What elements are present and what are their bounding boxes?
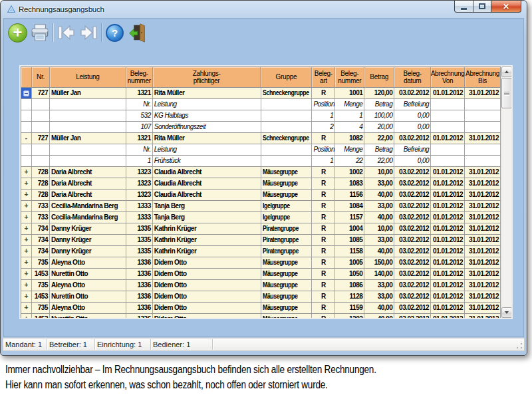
cell-belegnummer[interactable]: 1323 [126,190,153,200]
cell-abrechnung-bis[interactable]: 31.01.2012 [465,190,501,200]
detail-cell-expand[interactable] [21,110,32,121]
detail-cell-betrag[interactable]: Betrag [364,99,394,110]
expand-toggle[interactable]: + [21,257,32,268]
detail-cell-bis[interactable] [465,156,501,166]
detail-header-row[interactable]: Nr.LeistungPositionMengeBetragBefreiung [21,144,501,156]
expand-toggle[interactable]: + [21,280,32,291]
detail-cell-von[interactable] [431,99,465,110]
cell-abrechnung-von[interactable]: 01.01.2012 [431,303,465,313]
detail-cell-belegnummer[interactable]: 107 [126,122,153,132]
cell-zahlungspflichtiger[interactable]: Claudia Albrecht [153,190,261,200]
cell-betrag[interactable]: 33,00 [364,201,394,211]
detail-cell-belegart[interactable]: 1 [312,110,335,121]
cell-nr[interactable]: 735 [32,280,50,291]
cell-abrechnung-von[interactable]: 01.01.2012 [431,269,465,279]
cell-belegart[interactable]: R [312,291,335,302]
column-header-belegdatum[interactable]: Beleg- datum [394,66,431,88]
detail-cell-gruppe[interactable] [261,99,313,110]
cell-belegdatum[interactable]: 03.02.2012 [394,133,431,144]
invoice-row[interactable]: +1453Nurettin Otto1336Didem OttoMäusegru… [21,269,501,280]
cell-belegnummer[interactable]: 1336 [126,303,153,313]
add-button[interactable]: + [7,22,29,43]
expand-icon[interactable]: + [25,168,29,177]
detail-cell-expand[interactable] [21,99,32,110]
column-header-gruppe[interactable]: Gruppe [261,66,312,88]
detail-cell-zahlungspflichtiger[interactable]: Sonderöffnungszeit [153,122,261,132]
cell-abrechnung-von[interactable]: 01.01.2012 [431,167,465,178]
detail-cell-belegnummer[interactable]: Nr. [126,144,153,155]
cell-gruppe[interactable]: Mäusegruppe [261,280,313,291]
cell-gruppe[interactable]: Piratengruppe [261,246,313,257]
cell-abrechnung-von[interactable]: 01.01.2012 [431,314,465,319]
cell-belegart[interactable]: R [312,133,335,144]
exit-button[interactable] [126,22,148,43]
resize-grip[interactable] [515,342,523,350]
detail-cell-belegnummer2[interactable]: 4 [335,122,364,132]
cell-nr[interactable]: 1453 [32,269,50,279]
cell-zahlungspflichtiger[interactable]: Didem Otto [153,280,261,291]
cell-belegnummer[interactable]: 1323 [126,178,153,189]
cell-belegnummer2[interactable]: 1050 [335,269,364,279]
expand-icon[interactable]: + [25,315,29,319]
detail-cell-zahlungspflichtiger[interactable]: Leistung [153,99,261,110]
cell-nr[interactable]: 727 [32,133,50,144]
nav-first-button[interactable] [55,22,77,43]
detail-cell-belegnummer2[interactable]: Menge [335,144,364,155]
detail-header-row[interactable]: Nr.LeistungPositionMengeBetragBefreiung [21,99,501,110]
detail-cell-leistung[interactable] [50,99,126,110]
expand-toggle[interactable]: - [21,133,32,144]
cell-belegdatum[interactable]: 03.02.2012 [394,235,431,245]
detail-cell-betrag[interactable]: 22,00 [364,156,394,166]
cell-abrechnung-bis[interactable]: 31.01.2012 [465,223,501,234]
cell-belegdatum[interactable]: 03.02.2012 [394,269,431,279]
cell-belegnummer[interactable]: 1336 [126,269,153,279]
cell-belegnummer[interactable]: 1321 [126,88,153,98]
cell-belegnummer[interactable]: 1333 [126,212,153,223]
cell-gruppe[interactable]: Mäusegruppe [261,257,313,268]
cell-belegnummer2[interactable]: 1002 [335,167,364,178]
cell-leistung[interactable]: Daria Albrecht [50,178,126,189]
cell-zahlungspflichtiger[interactable]: Tanja Berg [153,212,261,223]
detail-cell-belegnummer2[interactable]: Menge [335,99,364,110]
invoice-row[interactable]: +734Danny Krüger1335Kathrin KrügerPirate… [21,246,501,257]
column-header-betrag[interactable]: Betrag [364,66,394,88]
detail-cell-nr[interactable] [32,144,50,155]
invoice-row[interactable]: +728Daria Albrecht1323Claudia AlbrechtMä… [21,190,501,201]
invoice-row[interactable]: +733Cecilia-Mandarina Berg1333Tanja Berg… [21,212,501,223]
cell-betrag[interactable]: 150,00 [364,257,394,268]
detail-cell-belegart[interactable]: Position [312,99,335,110]
column-header-belegart[interactable]: Beleg- art [312,66,335,88]
detail-cell-betrag[interactable]: 20,00 [364,122,394,132]
cell-belegart[interactable]: R [312,190,335,200]
cell-abrechnung-bis[interactable]: 31.01.2012 [465,178,501,189]
cell-zahlungspflichtiger[interactable]: Claudia Albrecht [153,167,261,178]
cell-leistung[interactable]: Danny Krüger [50,246,126,257]
cell-belegdatum[interactable]: 03.02.2012 [394,167,431,178]
cell-belegart[interactable]: R [312,257,335,268]
column-header-expand[interactable] [21,66,32,88]
expand-toggle[interactable]: + [21,223,32,234]
cell-abrechnung-von[interactable]: 01.01.2012 [431,190,465,200]
column-header-belegnummer2[interactable]: Beleg- nummer [335,66,364,88]
detail-cell-nr[interactable] [32,99,50,110]
scroll-up-button[interactable] [501,66,512,77]
cell-leistung[interactable]: Müller Jan [50,88,126,98]
cell-abrechnung-von[interactable]: 01.01.2012 [431,212,465,223]
scrollbar-thumb[interactable] [501,78,512,108]
cell-nr[interactable]: 735 [32,303,50,313]
print-button[interactable] [29,22,51,43]
cell-nr[interactable]: 733 [32,201,50,211]
cell-betrag[interactable]: 120,00 [364,88,394,98]
detail-cell-gruppe[interactable] [261,144,313,155]
cell-leistung[interactable]: Müller Jan [50,133,126,144]
invoice-row[interactable]: +735Aleyna Otto1336Didem OttoMäusegruppe… [21,257,501,269]
expand-icon[interactable]: + [25,258,29,267]
detail-cell-bis[interactable] [465,122,501,132]
detail-cell-betrag[interactable]: 100,00 [364,110,394,121]
column-header-belegnummer[interactable]: Beleg- nummer [126,66,153,88]
cell-zahlungspflichtiger[interactable]: Kathrin Krüger [153,223,261,234]
cell-belegdatum[interactable]: 03.02.2012 [394,212,431,223]
cell-abrechnung-bis[interactable]: 31.01.2012 [465,291,501,302]
cell-gruppe[interactable]: Mäusegruppe [261,303,313,313]
column-header-zahlungspflichtiger[interactable]: Zahlungs- pflichtiger [153,66,261,88]
